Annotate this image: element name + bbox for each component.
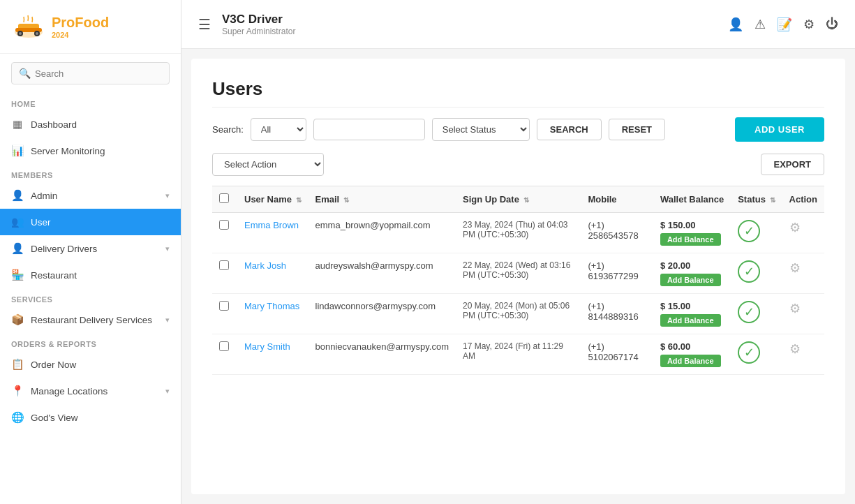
notes-icon[interactable]: 📝 (777, 17, 792, 32)
sidebar-item-label: User (31, 217, 51, 228)
user-name-link[interactable]: Emma Brown (244, 220, 299, 230)
col-email: Email ⇅ (308, 186, 456, 213)
row-checkbox[interactable] (219, 341, 229, 351)
wallet-amount: $ 15.00 (660, 301, 724, 311)
row-status-cell: ✓ (731, 294, 782, 334)
reset-button[interactable]: RESET (609, 119, 665, 140)
row-mobile-cell: (+1) 6193677299 (581, 253, 653, 294)
sidebar-item-delivery-drivers[interactable]: 👤 Delivery Drivers ▾ (0, 235, 181, 262)
sort-icon: ⇅ (770, 196, 775, 204)
action-gear-icon[interactable]: ⚙ (789, 342, 801, 356)
status-select[interactable]: Select Status (432, 118, 530, 141)
sidebar-item-label: Order Now (31, 360, 76, 370)
table-row: Emma Brown emma_brown@yopmail.com 23 May… (212, 213, 824, 253)
add-balance-button[interactable]: Add Balance (660, 233, 721, 246)
user-name-link[interactable]: Mary Thomas (244, 301, 299, 311)
sidebar-item-restaurant-delivery[interactable]: 📦 Restaurant Delivery Services ▾ (0, 306, 181, 333)
search-category-select[interactable]: All (251, 118, 306, 141)
content-area: Users Search: All Select Status SEARCH R… (191, 59, 845, 494)
action-gear-icon[interactable]: ⚙ (789, 221, 801, 235)
row-mobile-cell: (+1) 5102067174 (581, 334, 653, 375)
section-members-label: MEMBERS (0, 164, 181, 182)
search-icon: 🔍 (19, 68, 31, 79)
action-gear-icon[interactable]: ⚙ (789, 302, 801, 316)
row-wallet-cell: $ 15.00 Add Balance (653, 294, 731, 334)
row-status-cell: ✓ (731, 213, 782, 253)
power-icon[interactable]: ⏻ (826, 17, 838, 31)
row-action-cell: ⚙ (782, 294, 824, 334)
status-active-icon: ✓ (738, 301, 760, 323)
sidebar-item-dashboard[interactable]: ▦ Dashboard (0, 111, 181, 138)
user-profile-icon[interactable]: 👤 (728, 17, 743, 32)
status-active-icon: ✓ (738, 341, 760, 364)
search-button[interactable]: SEARCH (537, 119, 602, 140)
gods-view-icon: 🌐 (11, 411, 24, 424)
logo-title: ProFood (52, 15, 109, 31)
sidebar-item-gods-view[interactable]: 🌐 God's View (0, 404, 181, 431)
header-title: V3C Driver (222, 13, 728, 27)
sidebar-item-server-monitoring[interactable]: 📊 Server Monitoring (0, 138, 181, 164)
sidebar-item-manage-locations[interactable]: 📍 Manage Locations ▾ (0, 378, 181, 404)
sidebar-item-restaurant[interactable]: 🏪 Restaurant (0, 262, 181, 288)
add-balance-button[interactable]: Add Balance (660, 274, 721, 286)
chevron-down-icon: ▾ (165, 316, 170, 325)
chevron-down-icon: ▾ (165, 191, 170, 200)
row-signup-date-cell: 22 May, 2024 (Wed) at 03:16 PM (UTC:+05:… (456, 253, 581, 294)
row-checkbox-cell[interactable] (212, 334, 237, 375)
search-label: Search: (212, 124, 244, 135)
row-checkbox-cell[interactable] (212, 213, 237, 253)
table-row: Mark Josh audreyswalsh@armyspy.com 22 Ma… (212, 253, 824, 294)
svg-point-5 (19, 32, 22, 35)
row-checkbox[interactable] (219, 301, 229, 311)
sidebar-item-label: Delivery Drivers (31, 244, 97, 254)
user-icon: 👥 (11, 216, 24, 228)
user-name-link[interactable]: Mary Smith (244, 341, 290, 352)
add-balance-button[interactable]: Add Balance (660, 314, 721, 327)
sidebar-item-order-now[interactable]: 📋 Order Now (0, 351, 181, 378)
users-table: User Name ⇅ Email ⇅ Sign Up Date ⇅ Mobil… (212, 186, 824, 375)
row-signup-date-cell: 20 May, 2024 (Mon) at 05:06 PM (UTC:+05:… (456, 294, 581, 334)
row-wallet-cell: $ 20.00 Add Balance (653, 253, 731, 294)
row-username-cell: Mary Smith (237, 334, 308, 375)
row-checkbox[interactable] (219, 260, 229, 270)
row-status-cell: ✓ (731, 253, 782, 294)
status-active-icon: ✓ (738, 220, 760, 242)
sidebar-item-label: God's View (31, 413, 78, 423)
add-user-button[interactable]: ADD USER (735, 117, 824, 142)
row-action-cell: ⚙ (782, 213, 824, 253)
logo-text: ProFood 2024 (52, 15, 109, 39)
select-all-checkbox[interactable] (219, 193, 229, 203)
search-text-input[interactable] (313, 119, 425, 140)
logo-food: Food (75, 15, 109, 30)
svg-point-6 (36, 32, 38, 35)
sidebar-item-label: Server Monitoring (31, 146, 105, 156)
row-checkbox-cell[interactable] (212, 253, 237, 294)
sort-icon: ⇅ (523, 196, 529, 204)
section-orders-label: ORDERS & REPORTS (0, 333, 181, 351)
add-balance-button[interactable]: Add Balance (660, 355, 721, 367)
col-action: Action (782, 186, 824, 213)
dashboard-icon: ▦ (11, 118, 24, 131)
row-mobile-cell: (+1) 8144889316 (581, 294, 653, 334)
menu-icon[interactable]: ☰ (198, 16, 211, 33)
sidebar-search-container[interactable]: 🔍 (11, 62, 170, 84)
action-gear-icon[interactable]: ⚙ (789, 261, 801, 275)
row-checkbox[interactable] (219, 220, 229, 230)
sidebar-item-label: Admin (31, 191, 57, 201)
row-username-cell: Mark Josh (237, 253, 308, 294)
row-wallet-cell: $ 60.00 Add Balance (653, 334, 731, 375)
sidebar: ProFood 2024 🔍 HOME ▦ Dashboard 📊 Server… (0, 0, 181, 504)
chevron-down-icon: ▾ (165, 244, 170, 253)
user-name-link[interactable]: Mark Josh (244, 260, 286, 271)
search-input[interactable] (35, 68, 162, 79)
export-button[interactable]: EXPORT (761, 154, 824, 175)
sidebar-item-user[interactable]: 👥 User (0, 209, 181, 235)
settings-icon[interactable]: ⚙ (803, 17, 815, 32)
restaurant-delivery-icon: 📦 (11, 313, 24, 326)
server-monitoring-icon: 📊 (11, 144, 24, 157)
sidebar-item-admin[interactable]: 👤 Admin ▾ (0, 182, 181, 209)
select-action-dropdown[interactable]: Select Action (212, 153, 324, 176)
sidebar-logo: ProFood 2024 (0, 0, 181, 54)
row-checkbox-cell[interactable] (212, 294, 237, 334)
alert-icon[interactable]: ⚠ (754, 17, 766, 32)
